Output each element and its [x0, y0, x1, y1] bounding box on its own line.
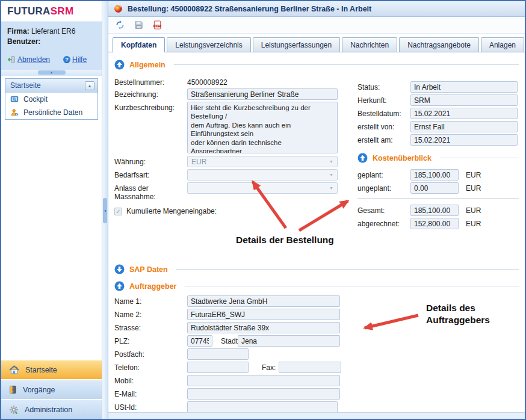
annotation-details-auftraggeber: Details des Auftraggebers [426, 302, 525, 326]
erstellt-von-label: erstellt von: [357, 121, 410, 131]
tab-bar: Kopfdaten Leistungsverzeichnis Leistungs… [108, 34, 525, 52]
herkunft-input[interactable] [410, 94, 518, 106]
section-collapse-icon[interactable] [357, 153, 368, 163]
status-cost-column: Status: Herkunft: Bestelldatum: erstellt… [357, 81, 519, 231]
logo-primary: FUTURA [7, 5, 51, 17]
bottom-nav-startseite[interactable]: Startseite [1, 359, 102, 379]
firma-line: Firma: Lieferant ER6 [7, 27, 96, 36]
sidebar-splitter[interactable]: ◄ [102, 1, 108, 419]
geplant-label: geplant: [357, 169, 410, 179]
bestelldatum-label: Bestelldatum: [357, 108, 410, 118]
ustid-input[interactable] [187, 401, 338, 412]
bottom-nav-label: Vorgänge [23, 386, 55, 394]
telefon-input[interactable] [187, 362, 249, 373]
tab-anlagen[interactable]: Anlagen [481, 37, 524, 52]
geplant-input[interactable] [410, 169, 459, 181]
fax-label: Fax: [249, 362, 279, 372]
splitter-handle-up-icon[interactable]: ▲ [38, 70, 66, 75]
erstellt-am-input[interactable] [410, 134, 518, 146]
tab-leistungsverzeichnis[interactable]: Leistungsverzeichnis [167, 37, 250, 52]
erstellt-von-input[interactable] [410, 121, 518, 132]
name1-label: Name 1: [114, 295, 187, 306]
footer-strip [108, 412, 525, 419]
page-title: Bestellung: 4500008922 Straßensanierung … [128, 5, 371, 13]
chevron-down-icon: ▼ [329, 159, 333, 164]
toolbar [108, 17, 525, 34]
chevron-down-icon: ▼ [329, 186, 333, 190]
pdf-icon [153, 20, 162, 29]
save-icon [134, 20, 143, 29]
section-auftraggeber-header: Auftraggeber [114, 281, 519, 291]
section-rule [176, 269, 519, 270]
gear-icon [9, 405, 19, 415]
tab-nachrichten[interactable]: Nachrichten [342, 37, 397, 52]
bezeichnung-input[interactable] [187, 88, 338, 100]
section-expand-icon[interactable] [114, 264, 125, 274]
kurzbeschreibung-textarea[interactable]: Hier steht die Kurzbeschreibung zu der B… [187, 102, 338, 153]
bestelldatum-input[interactable] [410, 108, 518, 119]
email-label: E-Mail: [114, 388, 187, 398]
section-collapse-icon[interactable] [114, 60, 125, 70]
bedarfsart-select[interactable]: ▼ [187, 169, 338, 181]
refresh-icon [116, 20, 125, 29]
herkunft-label: Herkunft: [357, 94, 410, 105]
name1-input[interactable] [187, 295, 340, 307]
tab-kopfdaten[interactable]: Kopfdaten [113, 37, 165, 52]
benutzer-label: Benutzer: [7, 37, 40, 46]
gesamt-label: Gesamt: [357, 205, 410, 215]
sidebar-horizontal-splitter[interactable]: ▲ [1, 70, 102, 76]
document-title-bar: Bestellung: 4500008922 Straßensanierung … [108, 1, 525, 17]
firma-label: Firma: [7, 27, 29, 36]
fax-input[interactable] [279, 362, 341, 373]
status-label: Status: [357, 81, 410, 91]
bezeichnung-label: Bezeichnung: [114, 88, 187, 99]
section-kosten-header: Kostenüberblick [357, 153, 519, 163]
abgerechnet-unit: EUR [459, 218, 481, 228]
tab-leistungserfassungen[interactable]: Leistungserfassungen [253, 37, 340, 52]
email-input[interactable] [187, 388, 340, 400]
tab-nachtragsangebote[interactable]: Nachtragsangebote [399, 37, 479, 52]
tab-content: Allgemein Bestellnummer: 4500008922 Beze… [108, 52, 525, 412]
chevron-down-icon: ▼ [329, 173, 333, 177]
bottom-nav-vorgaenge[interactable]: Vorgänge [1, 379, 102, 399]
anlass-select[interactable]: ▼ [187, 182, 338, 194]
mobil-input[interactable] [187, 375, 340, 386]
ungeplant-label: ungeplant: [357, 182, 410, 193]
anlass-label: Anlass der Massnahme: [114, 182, 187, 201]
app-window: FUTURASRM Firma: Lieferant ER6 Benutzer:… [0, 0, 526, 420]
waehrung-select[interactable]: EUR ▼ [187, 156, 338, 167]
panel-collapse-button[interactable]: ▲ [85, 81, 94, 90]
person-icon [10, 108, 19, 117]
section-collapse-icon[interactable] [114, 281, 125, 291]
export-pdf-button[interactable] [152, 20, 162, 30]
benutzer-line: Benutzer: [7, 37, 96, 46]
sidebar-filler [1, 122, 102, 359]
section-allgemein-header: Allgemein [114, 60, 519, 70]
bottom-nav: Startseite Vorgänge Administration [1, 359, 102, 419]
abgerechnet-input[interactable] [410, 218, 459, 229]
waehrung-label: Währung: [114, 156, 187, 166]
status-input[interactable] [410, 81, 518, 93]
name2-input[interactable] [187, 309, 340, 320]
help-link[interactable]: ? Hilfe [63, 55, 87, 64]
gesamt-input[interactable] [410, 205, 459, 216]
section-title: Allgemein [129, 61, 166, 69]
logo-accent: SRM [51, 5, 74, 17]
ungeplant-input[interactable] [410, 182, 459, 194]
save-button[interactable] [134, 20, 144, 30]
plz-input[interactable] [187, 335, 212, 347]
sidebar-item-persoenliche-daten[interactable]: Persönliche Daten [5, 106, 97, 119]
home-icon [9, 365, 19, 374]
stadt-input[interactable] [238, 335, 340, 347]
kumulierte-mengeneingabe-checkbox[interactable]: ✓ [114, 208, 122, 215]
bottom-nav-administration[interactable]: Administration [1, 399, 102, 419]
refresh-button[interactable] [115, 20, 125, 30]
abgerechnet-label: abgerechnet: [357, 218, 410, 228]
arrow-to-auftraggeber [365, 315, 418, 328]
strasse-input[interactable] [187, 322, 340, 333]
postfach-input[interactable] [187, 348, 249, 360]
logout-link[interactable]: Abmelden [7, 55, 50, 64]
splitter-handle-left-icon[interactable]: ◄ [103, 198, 107, 223]
auftraggeber-fields: Name 1: Name 2: Strasse: PLZ: Stadt: [114, 295, 343, 412]
sidebar-item-cockpit[interactable]: Cockpit [5, 93, 97, 106]
